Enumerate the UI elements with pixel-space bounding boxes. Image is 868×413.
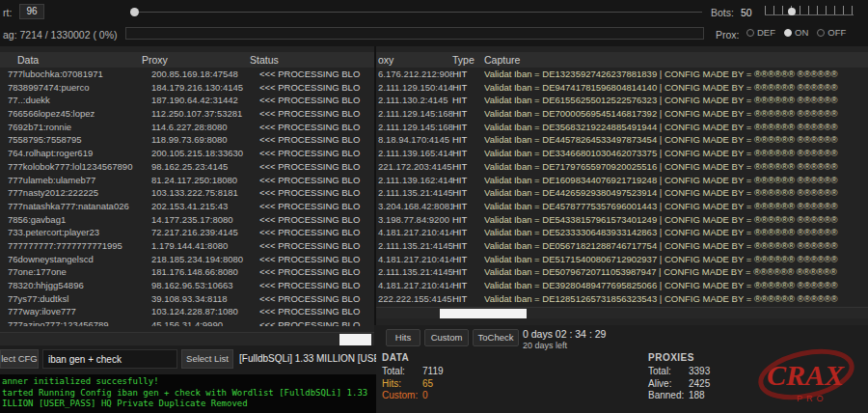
right-table-header: oxy Type Capture [376, 52, 868, 68]
hit-table-row[interactable]: 2.111.130.2:4145 HIT Validat Iban = DE61… [376, 94, 868, 107]
data-total: Total:7119 [382, 366, 444, 378]
left-scrollbar-thumb[interactable] [339, 334, 371, 345]
bots-slider-thumb[interactable] [788, 8, 796, 15]
bots-slider[interactable] [765, 2, 854, 21]
hit-table-row[interactable]: 2.111.135.21:4145 HIT Validat Iban = DE4… [376, 186, 868, 200]
console-line: tarted Running Config iban gen + check w… [2, 388, 374, 399]
row-capture: Validat Iban = DE44265929380497523914 | … [484, 186, 868, 200]
right-table-rows: 6.176.212.212:9080 HIT Validat Iban = DE… [376, 68, 868, 306]
hit-table-row[interactable]: 221.172.203:4145 HIT Validat Iban = DE71… [376, 160, 868, 174]
data-table-row[interactable]: 764.rolhapt:roger619 200.105.215.18:3363… [0, 147, 374, 160]
data-table-row[interactable]: 76downeystangelscd 218.185.234.194:8080 … [0, 253, 374, 266]
row-type: HIT [452, 213, 484, 227]
proxy-mode-default-radio[interactable]: DEF [746, 27, 775, 38]
right-scrollbar-thumb[interactable] [440, 309, 527, 318]
row-type: HIT [452, 226, 484, 239]
select-list-button[interactable]: Select List [181, 349, 233, 369]
row-proxy: 98.162.25.23:4145 [151, 160, 259, 174]
row-proxy: 3.204.168.42:8081 [376, 200, 452, 213]
hit-table-row[interactable]: 2.111.129.145:1689 HIT Validat Iban = DE… [376, 107, 868, 121]
data-table-row[interactable]: 77one:177one 181.176.148.66:8080 <<< PRO… [0, 265, 374, 279]
data-table-row[interactable]: 78320:hhjgg54896 98.162.96.53:10663 <<< … [0, 279, 374, 292]
wordlist-progress-label: ag: 7214 / 1330002 ( 0%) [3, 29, 118, 41]
data-table-row[interactable]: 766566lopez45:lopez 112.250.107.37:53281… [0, 107, 374, 121]
tab-custom[interactable]: Custom [424, 329, 469, 346]
start-slider[interactable] [135, 12, 702, 13]
hit-table-row[interactable]: 4.181.217.210:4145 HIT Validat Iban = DE… [376, 253, 868, 266]
row-capture: Validat Iban = DE94741781596804814140 | … [484, 81, 868, 95]
row-capture: Validat Iban = DE12851265731856323543 | … [484, 292, 868, 306]
data-table-row[interactable]: 777natashka777:natanata026 202.153.41.21… [0, 200, 374, 213]
data-table-row[interactable]: 777azino777:123456789 45.156.31.4:9990 <… [0, 318, 374, 326]
row-type: HIT [452, 186, 484, 200]
row-type: HIT [452, 292, 484, 306]
config-name-field[interactable] [42, 349, 177, 369]
row-proxy: 202.153.41.215:43 [151, 200, 259, 213]
data-table-row[interactable]: 7558795:7558795 118.99.73.69:8080 <<< PR… [0, 133, 374, 147]
hit-table-row[interactable]: 4.181.217.210:4145 HIT Validat Iban = DE… [376, 226, 868, 239]
tab-hits[interactable]: Hits [386, 329, 420, 346]
column-header-data[interactable]: Data [0, 52, 142, 68]
hit-table-row[interactable]: 2.111.129.150:4145 HIT Validat Iban = DE… [376, 81, 868, 95]
proxy-banned: Banned:188 [648, 390, 710, 402]
row-proxy: 114.6.227.28:8080 [151, 121, 259, 134]
crax-logo-subtitle: PRO [797, 394, 827, 403]
data-table-row[interactable]: 777ulameb:ulameb77 81.24.117.250:18080 <… [0, 174, 374, 187]
row-type: HIT [452, 174, 484, 187]
column-header-status[interactable]: Status [250, 52, 374, 68]
column-header-proxy[interactable]: Proxy [142, 52, 250, 68]
proxy-mode-on-radio[interactable]: ON [784, 27, 808, 38]
row-status: <<< PROCESSING BLO [259, 68, 374, 81]
data-table-row[interactable]: 777nasty2012:222225 103.133.222.75:8181 … [0, 186, 374, 200]
proxy-mode-off-radio[interactable]: OFF [817, 27, 846, 38]
row-proxy: 3.198.77.84:9200 [376, 213, 452, 227]
start-slider-thumb[interactable] [130, 8, 139, 16]
row-status: <<< PROCESSING BLO [259, 133, 374, 147]
hit-table-row[interactable]: 2.111.135.21:4145 HIT Validat Iban = DE0… [376, 239, 868, 253]
select-config-button[interactable]: lect CFG [0, 349, 39, 369]
hit-table-row[interactable]: 8.18.94.170:4145 HIT Validat Iban = DE44… [376, 133, 868, 147]
bots-value: 50 [741, 7, 752, 18]
left-horizontal-scrollbar[interactable] [0, 332, 374, 345]
hit-table-row[interactable]: 2.111.129.145:1689 HIT Validat Iban = DE… [376, 121, 868, 134]
data-table-row[interactable]: 7856:gavbag1 14.177.235.17:8080 <<< PROC… [0, 213, 374, 227]
row-proxy: 2.111.129.145:1689 [376, 107, 452, 121]
row-type: HIT [452, 253, 484, 266]
hit-table-row[interactable]: 2.111.139.162:4145 HIT Validat Iban = DE… [376, 174, 868, 187]
data-table-row[interactable]: 7838997474:puerco 184.179.216.130:4145 <… [0, 81, 374, 95]
row-proxy: 4.181.217.210:4145 [376, 279, 452, 292]
row-proxy: 181.176.148.66:8080 [151, 265, 259, 279]
data-table-row[interactable]: 777way:ilove777 103.124.228.87:1080 <<< … [0, 305, 374, 318]
data-table-row[interactable]: 77ys77:dudtksl 39.108.93.34:8118 <<< PRO… [0, 292, 374, 306]
row-data: 7558795:7558795 [0, 133, 151, 147]
tab-tocheck[interactable]: ToCheck [473, 329, 519, 346]
runner-data-panel: Data Proxy Status 777lubochka:07081971 2… [0, 46, 374, 345]
row-status: <<< PROCESSING BLO [259, 318, 374, 326]
data-table-row[interactable]: 7692b71:ronnie 114.6.227.28:8080 <<< PRO… [0, 121, 374, 134]
hit-table-row[interactable]: 2.111.139.165:4145 HIT Validat Iban = DE… [376, 147, 868, 160]
crax-logo-graphic: CRAX PRO [754, 340, 868, 413]
start-count-box[interactable]: 96 [19, 4, 44, 19]
row-status: <<< PROCESSING BLO [259, 160, 374, 174]
column-header-proxy[interactable]: oxy [376, 52, 452, 68]
hit-table-row[interactable]: 3.198.77.84:9200 HIT Validat Iban = DE54… [376, 213, 868, 227]
data-table-row[interactable]: 733.petercort:player23 72.217.216.239:41… [0, 226, 374, 239]
data-table-row[interactable]: 777777777:7777777771995 1.179.144.41:808… [0, 239, 374, 253]
row-status: <<< PROCESSING BLO [259, 279, 374, 292]
console-line: anner initialized succesfully! [2, 376, 374, 388]
column-header-capture[interactable]: Capture [484, 52, 868, 68]
hit-table-row[interactable]: 3.204.168.42:8081 HIT Validat Iban = DE4… [376, 200, 868, 213]
bots-label: Bots: [711, 7, 734, 18]
console-log[interactable]: anner initialized succesfully!tarted Run… [0, 374, 376, 413]
column-header-type[interactable]: Type [452, 52, 484, 68]
data-table-row[interactable]: 777lubochka:07081971 200.85.169.18:47548… [0, 68, 374, 81]
data-table-row[interactable]: 77..:duekk 187.190.64.42:31442 <<< PROCE… [0, 94, 374, 107]
right-horizontal-scrollbar[interactable] [376, 307, 868, 318]
hit-table-row[interactable]: 2.111.135.21:4145 HIT Validat Iban = DE5… [376, 265, 868, 279]
hit-table-row[interactable]: 6.176.212.212:9080 HIT Validat Iban = DE… [376, 68, 868, 81]
row-status: <<< PROCESSING BLO [259, 265, 374, 279]
hit-table-row[interactable]: 222.222.155:4145 HIT Validat Iban = DE12… [376, 292, 868, 306]
data-table-row[interactable]: 777kolobok777:lol1234567890 98.162.25.23… [0, 160, 374, 174]
row-status: <<< PROCESSING BLO [259, 174, 374, 187]
hit-table-row[interactable]: 4.181.217.210:4145 HIT Validat Iban = DE… [376, 279, 868, 292]
